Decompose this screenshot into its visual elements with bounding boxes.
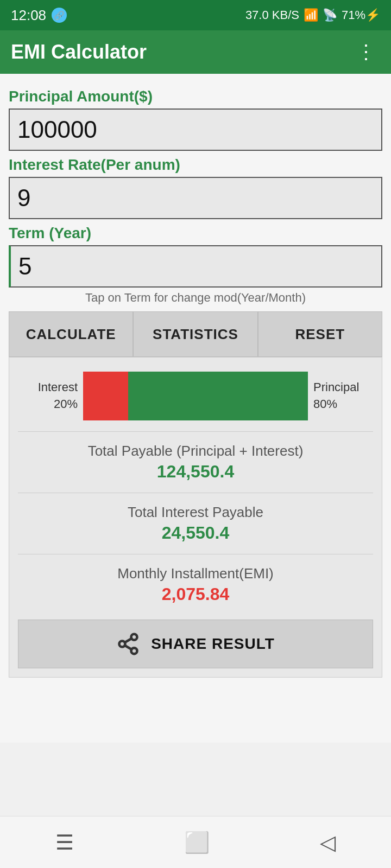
results-panel: Interest20% Principal80% Total Payable (… [9,357,382,678]
total-payable-value: 124,550.4 [18,462,373,482]
nav-home-icon[interactable]: ⬜ [184,831,210,854]
network-speed: 37.0 KB/S [245,8,299,22]
app-title: EMI Calculator [11,41,147,63]
share-icon [116,632,140,656]
statistics-button[interactable]: STATISTICS [133,311,257,357]
term-hint: Tap on Term for change mod(Year/Month) [9,291,382,305]
menu-button[interactable]: ⋮ [352,36,380,68]
bottom-spacer [9,678,382,743]
bar-wrapper [83,372,308,420]
calculate-button[interactable]: CALCULATE [9,311,133,357]
total-interest-row: Total Interest Payable 24,550.4 [18,497,373,550]
interest-bar [83,372,128,420]
monthly-emi-row: Monthly Installment(EMI) 2,075.84 [18,559,373,611]
term-input[interactable] [9,245,382,288]
principal-bar-label: Principal80% [313,379,373,413]
term-label: Term (Year) [9,225,382,242]
principal-label: Principal Amount($) [9,88,382,105]
share-button-container: SHARE RESULT [18,611,373,677]
share-result-label: SHARE RESULT [151,635,275,653]
total-payable-label: Total Payable (Principal + Interest) [18,443,373,459]
status-left: 12:08 🔗 [11,7,67,24]
total-interest-value: 24,550.4 [18,523,373,543]
toolbar: EMI Calculator ⋮ [0,30,391,74]
action-buttons: CALCULATE STATISTICS RESET [9,311,382,357]
monthly-emi-value: 2,075.84 [18,584,373,604]
bar-chart: Interest20% Principal80% [18,372,373,420]
share-result-button[interactable]: SHARE RESULT [18,620,373,668]
bottom-navigation: ☰ ⬜ ◁ [0,816,391,868]
status-right: 37.0 KB/S 📶 📡 71%⚡ [245,8,380,22]
interest-bar-label: Interest20% [18,379,78,413]
svg-line-3 [125,646,132,649]
svg-line-4 [125,639,132,642]
principal-bar [128,372,308,420]
total-payable-row: Total Payable (Principal + Interest) 124… [18,436,373,488]
status-bar: 12:08 🔗 37.0 KB/S 📶 📡 71%⚡ [0,0,391,30]
total-interest-label: Total Interest Payable [18,504,373,521]
wifi-icon: 📶 [304,8,318,22]
monthly-emi-label: Monthly Installment(EMI) [18,565,373,582]
nav-menu-icon[interactable]: ☰ [55,831,74,854]
divider-1 [18,431,373,432]
divider-3 [18,554,373,554]
usb-icon: 🔗 [52,8,67,23]
signal-icon: 📡 [323,8,337,22]
principal-input[interactable] [9,108,382,151]
nav-back-icon[interactable]: ◁ [320,831,336,854]
divider-2 [18,493,373,493]
status-time: 12:08 [11,7,46,24]
interest-label: Interest Rate(Per anum) [9,156,382,174]
interest-input[interactable] [9,177,382,219]
battery-level: 71%⚡ [342,8,380,22]
main-content: Principal Amount($) Interest Rate(Per an… [0,74,391,743]
reset-button[interactable]: RESET [258,311,382,357]
